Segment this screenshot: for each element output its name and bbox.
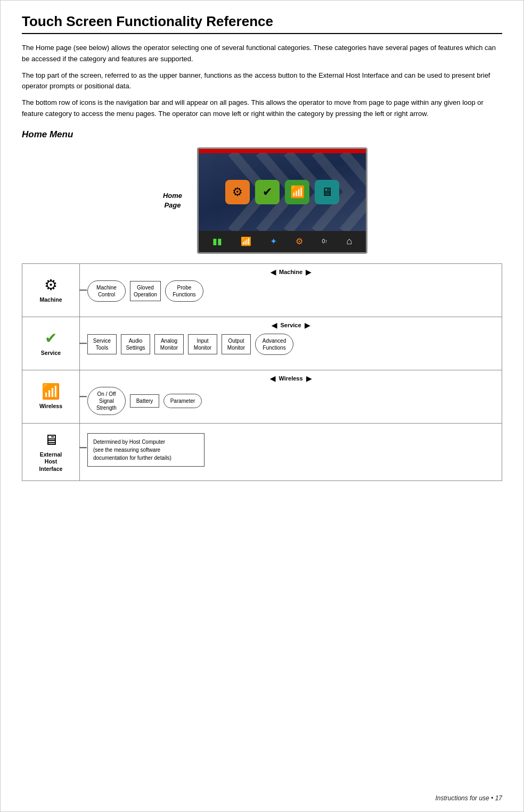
- external-host-label: ExternalHostInterface: [39, 451, 63, 473]
- wireless-icon: 📶: [42, 383, 60, 400]
- machine-control-box: MachineControl: [87, 280, 126, 302]
- home-menu-heading: Home Menu: [22, 129, 502, 140]
- output-monitor-box: OutputMonitor: [222, 334, 251, 354]
- paragraph-2: The top part of the screen, referred to …: [22, 70, 502, 93]
- wireless-row: ◀ Wireless ▶ On / OffSignalStrength Batt…: [80, 370, 502, 424]
- service-arrow-left: ◀: [272, 321, 277, 329]
- service-icon: ✔: [45, 329, 57, 347]
- probe-functions-box: ProbeFunctions: [165, 280, 203, 302]
- machine-arrow-right: ▶: [306, 268, 311, 276]
- service-arrow-right: ▶: [305, 321, 310, 329]
- service-boxes: ServiceTools AudioSettings AnalogMonitor…: [87, 334, 494, 355]
- wireless-arrow-left: ◀: [270, 375, 275, 383]
- service-icon-item: ✔ Service: [22, 317, 79, 370]
- machine-category-label: Machine: [279, 269, 302, 275]
- service-tools-box: ServiceTools: [87, 334, 117, 354]
- service-category-label: Service: [280, 322, 301, 328]
- home-page-image: HomePage ⚙: [22, 147, 502, 254]
- machine-connector: [79, 290, 87, 291]
- paragraph-1: The Home page (see below) allows the ope…: [22, 43, 502, 65]
- home-page-label: HomePage: [157, 191, 189, 210]
- machine-label: Machine: [39, 296, 62, 304]
- service-connector: [79, 343, 87, 344]
- nav-bluetooth-icon: ✦: [270, 236, 277, 246]
- analog-monitor-box: AnalogMonitor: [154, 334, 184, 354]
- nav-wifi-icon: 📶: [241, 236, 251, 246]
- service-row: ◀ Service ▶ ServiceTools AudioSettings A…: [80, 317, 502, 370]
- screen-machine-icon: ⚙: [225, 180, 250, 204]
- wireless-icon-item: 📶 Wireless: [22, 370, 79, 424]
- page-title: Touch Screen Functionality Reference: [22, 13, 502, 34]
- wireless-row-header: ◀ Wireless ▶: [87, 375, 494, 383]
- external-host-connector: [79, 448, 87, 449]
- audio-settings-box: AudioSettings: [121, 334, 150, 354]
- external-host-boxes: Determined by Host Computer (see the mea…: [87, 433, 494, 467]
- diagram: ⚙ Machine ✔ Service 📶 Wireless 🖥 Externa…: [22, 263, 502, 481]
- on-off-signal-box: On / OffSignalStrength: [87, 387, 126, 415]
- machine-row-header: ◀ Machine ▶: [87, 268, 494, 276]
- device-screen: ⚙ ✔ 📶 🖥 ▮▮ 📶 ✦ ⚙ 0↑ ⌂: [197, 147, 367, 254]
- parameter-box: Parameter: [163, 394, 202, 408]
- machine-icon: ⚙: [44, 276, 58, 294]
- machine-arrow-left: ◀: [271, 268, 276, 276]
- determined-by-host-box: Determined by Host Computer (see the mea…: [87, 433, 204, 467]
- advanced-functions-box: AdvancedFunctions: [255, 334, 293, 355]
- nav-counter: 0↑: [322, 238, 328, 244]
- nav-battery-icon: ▮▮: [212, 236, 222, 246]
- machine-boxes: MachineControl GlovedOperation ProbeFunc…: [87, 280, 494, 302]
- wireless-boxes: On / OffSignalStrength Battery Parameter: [87, 387, 494, 415]
- wireless-arrow-right: ▶: [306, 375, 312, 383]
- machine-row: ◀ Machine ▶ MachineControl GlovedOperati…: [80, 264, 502, 317]
- screen-icons-area: ⚙ ✔ 📶 🖥: [199, 153, 366, 231]
- wireless-connector: [79, 396, 87, 397]
- screen-nav-bar: ▮▮ 📶 ✦ ⚙ 0↑ ⌂: [199, 231, 366, 252]
- screen-check-icon: ✔: [255, 180, 280, 204]
- gloved-operation-box: GlovedOperation: [130, 281, 161, 301]
- nav-machine2-icon: ⚙: [296, 236, 303, 246]
- screen-ext-icon: 🖥: [315, 180, 339, 204]
- service-row-header: ◀ Service ▶: [87, 321, 494, 329]
- page-footer: Instructions for use • 17: [435, 794, 502, 802]
- right-rows-column: ◀ Machine ▶ MachineControl GlovedOperati…: [80, 264, 502, 480]
- wireless-category-label: Wireless: [279, 375, 302, 382]
- external-host-icon: 🖥: [44, 431, 59, 449]
- external-host-icon-item: 🖥 ExternalHostInterface: [22, 424, 79, 480]
- nav-home-icon: ⌂: [346, 236, 352, 247]
- machine-icon-item: ⚙ Machine: [22, 264, 79, 317]
- external-host-row: Determined by Host Computer (see the mea…: [80, 424, 502, 472]
- battery-box: Battery: [130, 394, 159, 408]
- left-icons-column: ⚙ Machine ✔ Service 📶 Wireless 🖥 Externa…: [22, 264, 80, 480]
- screen-wifi-icon: 📶: [285, 180, 309, 204]
- service-label: Service: [41, 350, 61, 357]
- wireless-label: Wireless: [39, 403, 62, 410]
- paragraph-3: The bottom row of icons is the navigatio…: [22, 97, 502, 120]
- input-monitor-box: InputMonitor: [188, 334, 217, 354]
